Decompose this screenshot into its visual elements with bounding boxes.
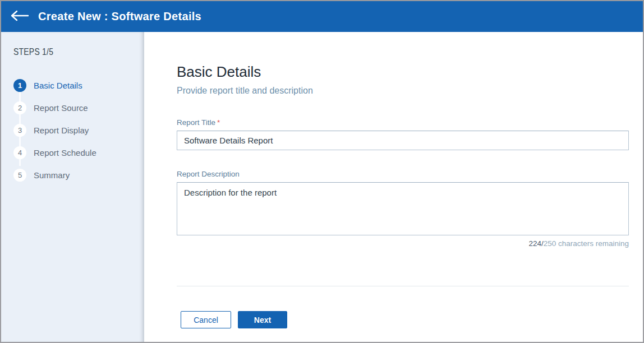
step-number-badge: 3 [13,124,26,137]
step-label: Basic Details [34,81,82,90]
sidebar-step-summary[interactable]: 5 Summary [13,169,144,182]
characters-remaining-label: 250 characters remaining [544,239,629,248]
sidebar-step-basic-details[interactable]: 1 Basic Details [13,79,144,92]
action-bar: Cancel Next [181,311,629,328]
report-description-label: Report Description [177,170,629,178]
report-description-group: Report Description Description for the r… [177,170,629,248]
report-title-label: Report Title* [177,118,629,127]
back-button[interactable] [10,6,33,28]
next-button[interactable]: Next [238,311,287,328]
report-description-textarea[interactable]: Description for the report [177,182,629,235]
step-number-badge: 1 [13,79,26,92]
cancel-button[interactable]: Cancel [181,311,231,328]
main-content: Basic Details Provide report title and d… [144,32,643,342]
required-asterisk: * [217,118,220,127]
report-title-group: Report Title* [177,118,629,150]
character-counter: 224/250 characters remaining [177,239,629,248]
sidebar-step-report-display[interactable]: 3 Report Display [13,124,144,137]
step-label: Summary [34,170,70,180]
stepper: 1 Basic Details 2 Report Source 3 Report… [13,79,144,182]
report-title-label-text: Report Title [177,118,215,127]
page-title: Basic Details [177,63,629,81]
sidebar-step-report-source[interactable]: 2 Report Source [13,101,144,114]
step-number-badge: 2 [13,101,26,114]
footer-divider [177,286,629,286]
steps-sidebar: STEPS 1/5 1 Basic Details 2 Report Sourc… [1,32,144,342]
report-title-input[interactable] [177,131,629,150]
arrow-left-icon [10,10,29,23]
step-label: Report Display [34,126,89,135]
sidebar-step-report-schedule[interactable]: 4 Report Schedule [13,146,144,159]
step-number-badge: 5 [13,169,26,182]
window-title: Create New : Software Details [38,10,201,23]
app-header: Create New : Software Details [1,1,643,32]
step-label: Report Source [34,103,88,113]
step-number-badge: 4 [13,146,26,159]
page-subtitle: Provide report title and description [177,86,629,96]
characters-used: 224/ [528,239,543,248]
steps-progress-label: STEPS 1/5 [13,47,53,58]
step-label: Report Schedule [34,148,96,157]
layout: STEPS 1/5 1 Basic Details 2 Report Sourc… [1,32,643,342]
